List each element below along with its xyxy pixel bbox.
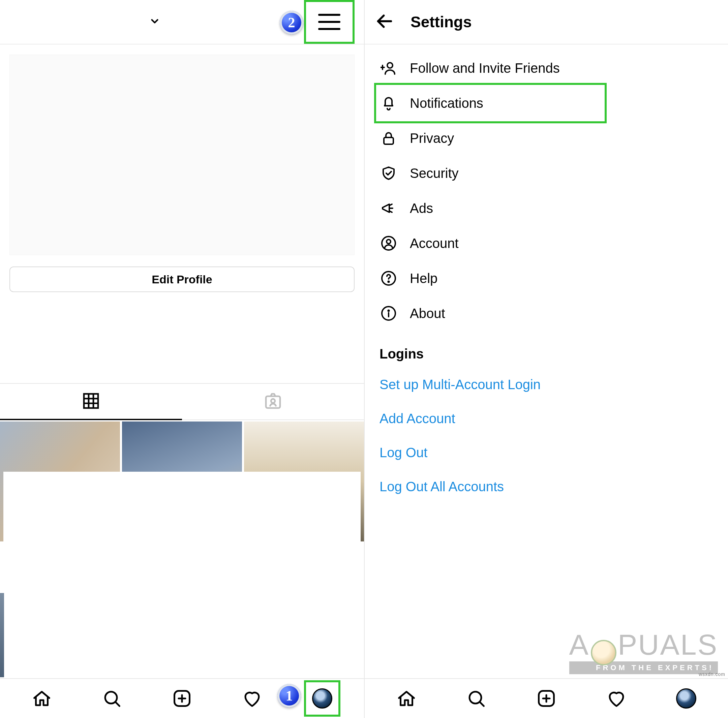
annotation-highlight xyxy=(374,83,607,123)
info-icon xyxy=(379,305,398,321)
svg-rect-0 xyxy=(84,394,98,408)
avatar xyxy=(312,688,332,709)
svg-point-6 xyxy=(271,399,275,403)
nav-home[interactable] xyxy=(24,680,60,716)
annotation-step-2: 2 xyxy=(280,11,303,34)
settings-item-privacy[interactable]: Privacy xyxy=(365,121,728,156)
tab-tagged[interactable] xyxy=(182,384,364,420)
settings-item-security[interactable]: Security xyxy=(365,156,728,191)
profile-stats-card xyxy=(9,55,355,255)
settings-item-label: Ads xyxy=(410,201,433,216)
bottom-nav xyxy=(365,678,728,718)
nav-profile[interactable] xyxy=(304,680,340,716)
watermark-text: PUALS xyxy=(618,628,718,661)
settings-item-label: Notifications xyxy=(410,96,483,111)
hamburger-icon xyxy=(318,14,340,30)
svg-point-22 xyxy=(388,310,389,311)
settings-item-label: Follow and Invite Friends xyxy=(410,61,560,76)
link-add-account[interactable]: Add Account xyxy=(365,402,728,435)
back-button[interactable] xyxy=(375,11,394,32)
settings-list: Follow and Invite Friends Notifications xyxy=(365,44,728,504)
bottom-nav xyxy=(0,678,364,718)
profile-screen: 2 Edit Profile xyxy=(0,0,364,718)
bell-icon xyxy=(379,95,398,111)
nav-activity[interactable] xyxy=(598,680,635,716)
nav-create[interactable] xyxy=(528,680,564,716)
profile-topbar xyxy=(0,0,364,44)
settings-item-ads[interactable]: Ads xyxy=(365,191,728,226)
svg-line-25 xyxy=(480,702,484,706)
tab-grid[interactable] xyxy=(0,384,182,420)
profile-tabs xyxy=(0,383,364,420)
username-switcher[interactable] xyxy=(9,13,161,31)
megaphone-icon xyxy=(379,200,398,216)
watermark-mascot-icon xyxy=(591,640,616,665)
link-log-out[interactable]: Log Out xyxy=(365,435,728,470)
grid-icon xyxy=(81,391,101,412)
redaction-overlay xyxy=(3,472,361,671)
menu-button[interactable] xyxy=(304,0,355,44)
svg-rect-16 xyxy=(384,137,393,144)
post-thumbnail[interactable] xyxy=(0,593,4,677)
annotation-step-1: 1 xyxy=(277,684,301,707)
account-icon xyxy=(379,235,398,251)
credit-text: wsxdn.com xyxy=(699,672,725,677)
watermark-tagline: FROM THE EXPERTS! xyxy=(569,661,718,674)
settings-item-label: About xyxy=(410,306,445,321)
nav-search[interactable] xyxy=(458,680,494,716)
settings-item-label: Privacy xyxy=(410,131,454,146)
help-icon xyxy=(379,270,398,286)
tagged-icon xyxy=(263,391,283,412)
link-setup-multi-account[interactable]: Set up Multi-Account Login xyxy=(365,368,728,402)
settings-screen: Settings Follow and Invite Friends xyxy=(364,0,728,718)
svg-point-18 xyxy=(387,240,391,244)
username-label xyxy=(9,13,144,31)
svg-point-13 xyxy=(387,63,393,68)
settings-item-help[interactable]: Help xyxy=(365,261,728,296)
settings-item-label: Security xyxy=(410,166,459,181)
chevron-down-icon xyxy=(149,14,161,30)
edit-profile-button[interactable]: Edit Profile xyxy=(9,266,355,292)
svg-point-20 xyxy=(388,281,389,282)
shield-icon xyxy=(379,165,398,181)
nav-profile[interactable] xyxy=(668,680,704,716)
nav-home[interactable] xyxy=(388,680,425,716)
settings-item-notifications[interactable]: Notifications xyxy=(365,86,728,121)
watermark: A PUALS FROM THE EXPERTS! xyxy=(569,628,718,674)
settings-topbar: Settings xyxy=(365,0,728,44)
nav-activity[interactable] xyxy=(234,680,270,716)
avatar xyxy=(676,688,696,709)
section-header-logins: Logins xyxy=(365,331,728,368)
settings-item-account[interactable]: Account xyxy=(365,226,728,261)
nav-search[interactable] xyxy=(94,680,130,716)
lock-icon xyxy=(379,130,398,146)
add-person-icon xyxy=(379,60,398,76)
settings-item-label: Account xyxy=(410,236,459,251)
link-log-out-all[interactable]: Log Out All Accounts xyxy=(365,470,728,504)
settings-item-about[interactable]: About xyxy=(365,296,728,331)
watermark-text: A xyxy=(569,628,589,661)
settings-item-label: Help xyxy=(410,271,437,286)
nav-create[interactable] xyxy=(164,680,200,716)
page-title: Settings xyxy=(410,13,471,31)
settings-item-follow-invite[interactable]: Follow and Invite Friends xyxy=(365,50,728,86)
svg-line-8 xyxy=(115,702,120,706)
